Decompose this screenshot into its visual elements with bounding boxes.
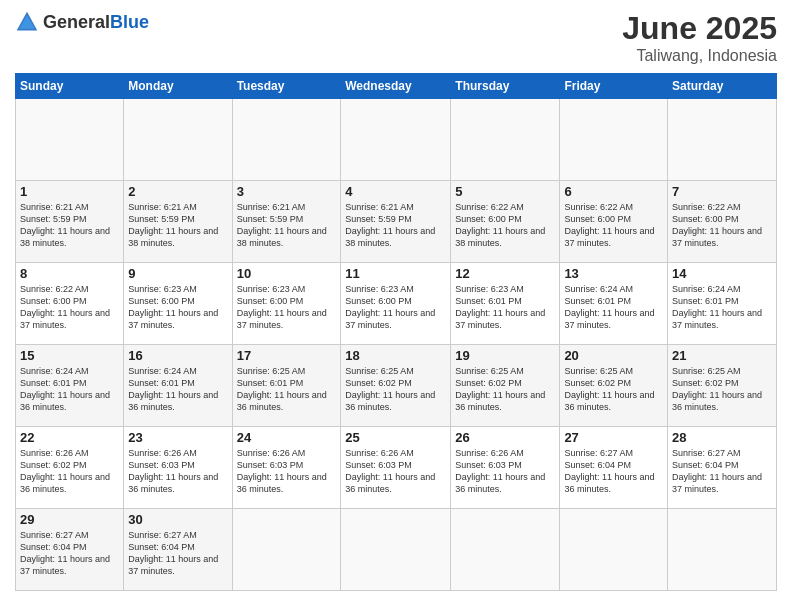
day-number: 5 bbox=[455, 184, 555, 199]
calendar-week-row: 1Sunrise: 6:21 AMSunset: 5:59 PMDaylight… bbox=[16, 181, 777, 263]
table-row bbox=[341, 509, 451, 591]
day-info: Sunrise: 6:25 AMSunset: 6:02 PMDaylight:… bbox=[345, 365, 446, 414]
sunset-text: Sunset: 6:01 PM bbox=[20, 378, 87, 388]
table-row: 10Sunrise: 6:23 AMSunset: 6:00 PMDayligh… bbox=[232, 263, 341, 345]
day-info: Sunrise: 6:22 AMSunset: 6:00 PMDaylight:… bbox=[564, 201, 663, 250]
sunrise-text: Sunrise: 6:22 AM bbox=[455, 202, 524, 212]
daylight-text: Daylight: 11 hours and 36 minutes. bbox=[128, 390, 218, 412]
table-row: 30Sunrise: 6:27 AMSunset: 6:04 PMDayligh… bbox=[124, 509, 232, 591]
table-row: 15Sunrise: 6:24 AMSunset: 6:01 PMDayligh… bbox=[16, 345, 124, 427]
table-row: 29Sunrise: 6:27 AMSunset: 6:04 PMDayligh… bbox=[16, 509, 124, 591]
table-row bbox=[451, 99, 560, 181]
table-row: 1Sunrise: 6:21 AMSunset: 5:59 PMDaylight… bbox=[16, 181, 124, 263]
sunset-text: Sunset: 6:00 PM bbox=[237, 296, 304, 306]
sunrise-text: Sunrise: 6:26 AM bbox=[128, 448, 197, 458]
day-number: 2 bbox=[128, 184, 227, 199]
day-number: 18 bbox=[345, 348, 446, 363]
sunset-text: Sunset: 6:04 PM bbox=[672, 460, 739, 470]
day-number: 27 bbox=[564, 430, 663, 445]
daylight-text: Daylight: 11 hours and 37 minutes. bbox=[672, 308, 762, 330]
daylight-text: Daylight: 11 hours and 38 minutes. bbox=[128, 226, 218, 248]
daylight-text: Daylight: 11 hours and 36 minutes. bbox=[672, 390, 762, 412]
day-info: Sunrise: 6:23 AMSunset: 6:01 PMDaylight:… bbox=[455, 283, 555, 332]
sunset-text: Sunset: 6:00 PM bbox=[455, 214, 522, 224]
sunrise-text: Sunrise: 6:26 AM bbox=[237, 448, 306, 458]
table-row: 6Sunrise: 6:22 AMSunset: 6:00 PMDaylight… bbox=[560, 181, 668, 263]
sunset-text: Sunset: 6:00 PM bbox=[672, 214, 739, 224]
logo-blue: Blue bbox=[110, 12, 149, 32]
sunset-text: Sunset: 6:01 PM bbox=[128, 378, 195, 388]
daylight-text: Daylight: 11 hours and 38 minutes. bbox=[237, 226, 327, 248]
day-number: 23 bbox=[128, 430, 227, 445]
table-row: 9Sunrise: 6:23 AMSunset: 6:00 PMDaylight… bbox=[124, 263, 232, 345]
day-number: 11 bbox=[345, 266, 446, 281]
sunset-text: Sunset: 6:01 PM bbox=[237, 378, 304, 388]
sunset-text: Sunset: 5:59 PM bbox=[128, 214, 195, 224]
day-number: 13 bbox=[564, 266, 663, 281]
sunset-text: Sunset: 5:59 PM bbox=[20, 214, 87, 224]
logo: GeneralBlue bbox=[15, 10, 149, 34]
daylight-text: Daylight: 11 hours and 36 minutes. bbox=[237, 472, 327, 494]
day-info: Sunrise: 6:27 AMSunset: 6:04 PMDaylight:… bbox=[128, 529, 227, 578]
sunrise-text: Sunrise: 6:26 AM bbox=[20, 448, 89, 458]
daylight-text: Daylight: 11 hours and 37 minutes. bbox=[128, 308, 218, 330]
sunset-text: Sunset: 6:00 PM bbox=[345, 296, 412, 306]
daylight-text: Daylight: 11 hours and 37 minutes. bbox=[20, 308, 110, 330]
table-row: 25Sunrise: 6:26 AMSunset: 6:03 PMDayligh… bbox=[341, 427, 451, 509]
sunset-text: Sunset: 6:02 PM bbox=[455, 378, 522, 388]
sunset-text: Sunset: 6:01 PM bbox=[455, 296, 522, 306]
day-number: 14 bbox=[672, 266, 772, 281]
day-info: Sunrise: 6:21 AMSunset: 5:59 PMDaylight:… bbox=[237, 201, 337, 250]
day-number: 24 bbox=[237, 430, 337, 445]
day-number: 30 bbox=[128, 512, 227, 527]
sunrise-text: Sunrise: 6:23 AM bbox=[237, 284, 306, 294]
day-number: 3 bbox=[237, 184, 337, 199]
daylight-text: Daylight: 11 hours and 36 minutes. bbox=[455, 472, 545, 494]
sunrise-text: Sunrise: 6:22 AM bbox=[564, 202, 633, 212]
table-row: 11Sunrise: 6:23 AMSunset: 6:00 PMDayligh… bbox=[341, 263, 451, 345]
sunrise-text: Sunrise: 6:24 AM bbox=[672, 284, 741, 294]
col-friday: Friday bbox=[560, 74, 668, 99]
day-info: Sunrise: 6:25 AMSunset: 6:02 PMDaylight:… bbox=[564, 365, 663, 414]
day-number: 29 bbox=[20, 512, 119, 527]
sunset-text: Sunset: 6:00 PM bbox=[128, 296, 195, 306]
sunrise-text: Sunrise: 6:27 AM bbox=[128, 530, 197, 540]
sunrise-text: Sunrise: 6:23 AM bbox=[455, 284, 524, 294]
sunrise-text: Sunrise: 6:27 AM bbox=[20, 530, 89, 540]
sunrise-text: Sunrise: 6:26 AM bbox=[345, 448, 414, 458]
daylight-text: Daylight: 11 hours and 37 minutes. bbox=[672, 472, 762, 494]
calendar-table: Sunday Monday Tuesday Wednesday Thursday… bbox=[15, 73, 777, 591]
sunrise-text: Sunrise: 6:23 AM bbox=[345, 284, 414, 294]
calendar-header-row: Sunday Monday Tuesday Wednesday Thursday… bbox=[16, 74, 777, 99]
daylight-text: Daylight: 11 hours and 36 minutes. bbox=[20, 390, 110, 412]
sunset-text: Sunset: 5:59 PM bbox=[345, 214, 412, 224]
sunset-text: Sunset: 6:00 PM bbox=[20, 296, 87, 306]
calendar-week-row bbox=[16, 99, 777, 181]
calendar-week-row: 15Sunrise: 6:24 AMSunset: 6:01 PMDayligh… bbox=[16, 345, 777, 427]
sunrise-text: Sunrise: 6:21 AM bbox=[20, 202, 89, 212]
day-info: Sunrise: 6:21 AMSunset: 5:59 PMDaylight:… bbox=[128, 201, 227, 250]
day-info: Sunrise: 6:23 AMSunset: 6:00 PMDaylight:… bbox=[345, 283, 446, 332]
day-number: 12 bbox=[455, 266, 555, 281]
daylight-text: Daylight: 11 hours and 37 minutes. bbox=[564, 226, 654, 248]
day-info: Sunrise: 6:26 AMSunset: 6:02 PMDaylight:… bbox=[20, 447, 119, 496]
table-row: 14Sunrise: 6:24 AMSunset: 6:01 PMDayligh… bbox=[668, 263, 777, 345]
table-row: 19Sunrise: 6:25 AMSunset: 6:02 PMDayligh… bbox=[451, 345, 560, 427]
day-info: Sunrise: 6:21 AMSunset: 5:59 PMDaylight:… bbox=[20, 201, 119, 250]
day-info: Sunrise: 6:24 AMSunset: 6:01 PMDaylight:… bbox=[564, 283, 663, 332]
table-row bbox=[16, 99, 124, 181]
header: GeneralBlue June 2025 Taliwang, Indonesi… bbox=[15, 10, 777, 65]
col-thursday: Thursday bbox=[451, 74, 560, 99]
sunrise-text: Sunrise: 6:25 AM bbox=[672, 366, 741, 376]
day-info: Sunrise: 6:26 AMSunset: 6:03 PMDaylight:… bbox=[345, 447, 446, 496]
day-info: Sunrise: 6:25 AMSunset: 6:02 PMDaylight:… bbox=[672, 365, 772, 414]
daylight-text: Daylight: 11 hours and 37 minutes. bbox=[455, 308, 545, 330]
table-row: 28Sunrise: 6:27 AMSunset: 6:04 PMDayligh… bbox=[668, 427, 777, 509]
daylight-text: Daylight: 11 hours and 38 minutes. bbox=[455, 226, 545, 248]
daylight-text: Daylight: 11 hours and 36 minutes. bbox=[345, 390, 435, 412]
day-number: 25 bbox=[345, 430, 446, 445]
sunrise-text: Sunrise: 6:23 AM bbox=[128, 284, 197, 294]
day-info: Sunrise: 6:23 AMSunset: 6:00 PMDaylight:… bbox=[237, 283, 337, 332]
sunrise-text: Sunrise: 6:27 AM bbox=[672, 448, 741, 458]
col-wednesday: Wednesday bbox=[341, 74, 451, 99]
